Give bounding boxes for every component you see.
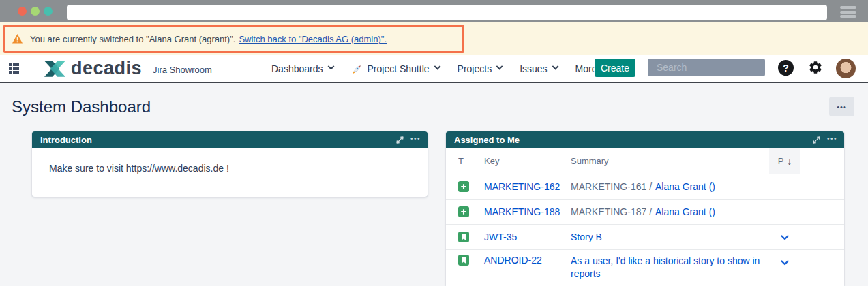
issue-type-icon [458, 206, 469, 217]
column-key[interactable]: Key [484, 156, 571, 166]
hamburger-menu-icon[interactable] [840, 6, 856, 18]
column-type[interactable]: T [458, 156, 484, 166]
notification-bar: You are currently switched to "Alana Gra… [0, 22, 868, 55]
issue-key-link[interactable]: MARKETING-162 [484, 181, 571, 192]
issue-summary-link[interactable]: Story B [571, 232, 602, 242]
issue-key-link[interactable]: JWT-35 [484, 232, 571, 242]
expand-icon[interactable] [812, 136, 821, 144]
issue-summary-link[interactable]: As a user, I'd like a historical story t… [571, 255, 760, 279]
issue-row: ANDROID-22 As a user, I'd like a histori… [446, 250, 844, 286]
issue-type-icon [458, 232, 469, 242]
top-navbar: decadis Jira Showroom Dashboards Project… [0, 55, 868, 83]
window-close-button[interactable] [18, 7, 27, 16]
notification-box: You are currently switched to "Alana Gra… [3, 25, 464, 53]
user-avatar[interactable] [836, 59, 856, 78]
assigned-to-me-panel: Assigned to Me ••• T Key Summary P ↓ [446, 131, 844, 286]
chevron-down-icon [552, 63, 558, 70]
brand-wordmark: decadis [71, 59, 142, 78]
search-box[interactable] [648, 59, 765, 76]
switch-back-link[interactable]: Switch back to "Decadis AG (admin)". [239, 34, 387, 44]
help-button[interactable]: ? [778, 60, 794, 76]
chevron-down-icon [496, 63, 503, 70]
panel-menu-icon[interactable]: ••• [827, 136, 837, 142]
window-minimize-button[interactable] [31, 7, 40, 16]
screen: You are currently switched to "Alana Gra… [0, 0, 868, 286]
nav-item-project-shuttle[interactable]: Project Shuttle [351, 63, 440, 74]
issue-summary-link[interactable]: Alana Grant () [655, 181, 715, 192]
issue-summary: Story B [571, 231, 769, 244]
expand-row-chevron-icon[interactable] [769, 233, 800, 242]
issue-key-link[interactable]: ANDROID-22 [484, 255, 571, 266]
issue-summary: As a user, I'd like a historical story t… [571, 255, 769, 281]
issue-row: MARKETING-188 MARKETING-187 /Alana Grant… [446, 200, 844, 225]
issue-type-icon [458, 255, 469, 266]
nav-item-issues[interactable]: Issues [520, 63, 557, 74]
panel-menu-icon[interactable]: ••• [410, 136, 421, 142]
panel-title: Introduction [40, 135, 395, 145]
issue-key-link[interactable]: MARKETING-188 [484, 206, 571, 217]
expand-icon[interactable] [395, 136, 404, 144]
issue-type-icon [458, 181, 469, 192]
nav-menu: Dashboards Project Shuttle Projects Issu… [271, 55, 608, 82]
nav-item-projects[interactable]: Projects [458, 63, 503, 74]
chevron-down-icon [434, 63, 440, 70]
issue-summary: MARKETING-161 /Alana Grant () [571, 180, 769, 193]
panel-title: Assigned to Me [454, 135, 812, 145]
introduction-panel-header: Introduction ••• [32, 131, 428, 148]
expand-row-chevron-icon[interactable] [769, 258, 800, 267]
warning-triangle-icon [12, 33, 23, 44]
issue-summary-link[interactable]: Alana Grant () [655, 206, 715, 217]
notification-text: You are currently switched to "Alana Gra… [30, 34, 235, 44]
app-grid-icon[interactable] [9, 63, 19, 74]
assigned-panel-header: Assigned to Me ••• [446, 131, 844, 148]
issue-table-header: T Key Summary P ↓ [446, 148, 844, 174]
nav-item-dashboards[interactable]: Dashboards [271, 63, 333, 74]
search-input[interactable] [657, 62, 780, 73]
issue-row: JWT-35 Story B [446, 225, 844, 250]
create-button[interactable]: Create [595, 59, 635, 77]
column-summary[interactable]: Summary [571, 156, 769, 166]
issue-row: MARKETING-162 MARKETING-161 /Alana Grant… [446, 174, 844, 200]
page-title: System Dashboard [12, 97, 151, 116]
url-bar[interactable] [67, 5, 827, 20]
introduction-panel: Introduction ••• Make sure to visit http… [32, 131, 428, 197]
introduction-text: Make sure to visit https://www.decadis.d… [32, 148, 428, 174]
rocket-icon [351, 64, 362, 75]
browser-chrome [0, 0, 868, 22]
dashboard-main: System Dashboard ••• Introduction ••• Ma… [0, 84, 868, 286]
gear-icon[interactable] [808, 60, 823, 75]
window-maximize-button[interactable] [44, 7, 53, 16]
workspace-name: Jira Showroom [153, 65, 212, 75]
issue-summary: MARKETING-187 /Alana Grant () [571, 206, 769, 219]
brand-logo[interactable]: decadis Jira Showroom [44, 59, 212, 78]
decadis-logo-icon [44, 60, 66, 78]
chevron-down-icon [327, 63, 334, 70]
sort-descending-icon: ↓ [787, 156, 792, 167]
column-priority-sorted[interactable]: P ↓ [769, 148, 800, 174]
dashboard-more-button[interactable]: ••• [829, 97, 854, 116]
